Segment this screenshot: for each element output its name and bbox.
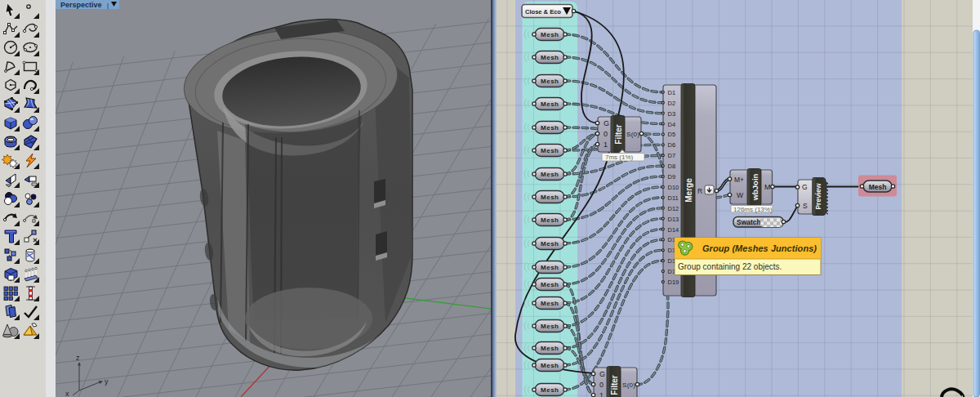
svg-text:G: G	[604, 119, 609, 127]
svg-text:D19: D19	[668, 279, 679, 286]
svg-text:x: x	[65, 390, 69, 397]
svg-text:Mesh: Mesh	[541, 124, 559, 132]
svg-text:Group containing 22 objects.: Group containing 22 objects.	[678, 262, 782, 271]
svg-text:R: R	[697, 187, 702, 195]
svg-text:Perspective: Perspective	[60, 1, 102, 9]
svg-text:D10: D10	[668, 184, 679, 191]
svg-text:D13: D13	[668, 216, 679, 223]
svg-text:D9: D9	[668, 173, 676, 181]
svg-text:Preview: Preview	[814, 183, 822, 210]
svg-text:7ms (1%): 7ms (1%)	[605, 154, 634, 161]
svg-text:D3: D3	[668, 110, 676, 118]
svg-text:M+: M+	[734, 176, 744, 184]
svg-text:D5: D5	[668, 131, 676, 138]
svg-text:D1: D1	[668, 89, 676, 96]
svg-text:|: |	[107, 2, 109, 9]
svg-text:126ms (13%): 126ms (13%)	[733, 206, 773, 213]
svg-text:Mesh: Mesh	[541, 323, 559, 330]
svg-text:z: z	[76, 354, 80, 362]
svg-text:y: y	[105, 377, 109, 386]
svg-text:W: W	[737, 191, 743, 199]
svg-text:Mesh: Mesh	[541, 264, 559, 271]
svg-text:D4: D4	[668, 121, 676, 128]
svg-text:Mesh: Mesh	[541, 300, 559, 307]
svg-text:Mesh: Mesh	[541, 240, 559, 248]
svg-text:S: S	[803, 202, 808, 210]
svg-text:M: M	[764, 183, 771, 191]
svg-text:Merge: Merge	[684, 178, 693, 203]
svg-text:Mesh: Mesh	[541, 147, 559, 154]
svg-text:S(0): S(0)	[622, 381, 635, 389]
svg-text:Mesh: Mesh	[541, 171, 559, 178]
svg-text:Mesh: Mesh	[541, 386, 559, 394]
svg-text:Mesh: Mesh	[541, 362, 559, 369]
svg-text:Close & Eco: Close & Eco	[525, 8, 561, 16]
svg-text:Mesh: Mesh	[541, 31, 559, 38]
svg-text:Group (Meshes Junctions): Group (Meshes Junctions)	[702, 243, 817, 253]
svg-text:0: 0	[604, 130, 608, 138]
svg-text:D8: D8	[668, 163, 676, 170]
svg-text:wbJoin: wbJoin	[751, 173, 760, 201]
svg-text:Swatch: Swatch	[737, 218, 761, 226]
svg-text:D14: D14	[668, 226, 679, 234]
svg-text:0: 0	[599, 381, 604, 389]
svg-text:Mesh: Mesh	[541, 216, 559, 224]
svg-text:D7: D7	[668, 152, 676, 159]
svg-text:Mesh: Mesh	[541, 54, 559, 61]
svg-text:Mesh: Mesh	[541, 78, 559, 85]
svg-text:G: G	[802, 183, 808, 191]
svg-text:S(0): S(0)	[626, 131, 639, 138]
svg-text:Filter: Filter	[614, 124, 623, 145]
svg-text:Mesh: Mesh	[869, 183, 887, 191]
svg-text:D12: D12	[668, 205, 679, 212]
svg-text:D11: D11	[668, 194, 679, 202]
svg-text:D2: D2	[668, 100, 676, 107]
svg-text:Mesh: Mesh	[541, 100, 559, 108]
svg-text:Mesh: Mesh	[541, 345, 559, 352]
svg-text:D6: D6	[668, 141, 676, 149]
svg-text:1: 1	[599, 391, 604, 397]
svg-text:Filter: Filter	[610, 375, 619, 395]
svg-text:Mesh: Mesh	[541, 281, 559, 288]
svg-text:1: 1	[604, 141, 608, 149]
svg-text:Mesh: Mesh	[541, 194, 559, 201]
svg-text:G: G	[599, 370, 605, 378]
